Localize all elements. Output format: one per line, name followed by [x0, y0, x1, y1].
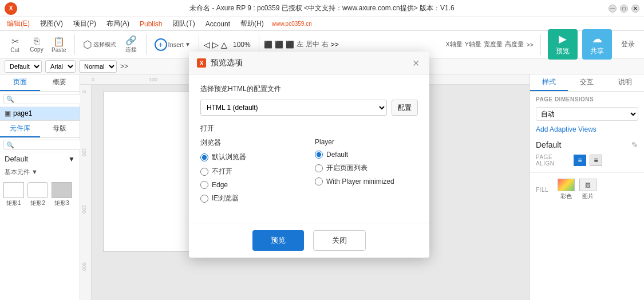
modal-icon-text: X [200, 60, 204, 66]
select-mode-button[interactable]: ⬡ 选择模式 [80, 37, 120, 53]
align-left-btn[interactable]: ≡ [574, 155, 586, 166]
copy-label: Copy [30, 46, 43, 53]
player-option-minimized[interactable]: With Player minimized [315, 177, 418, 185]
more-align-icon[interactable]: >> [331, 41, 339, 49]
toolbar-sep-2 [146, 34, 147, 55]
tab-style[interactable]: 样式 [530, 74, 568, 91]
browser-radio-none[interactable] [200, 168, 208, 176]
modal-open-section: 打开 浏览器 默认浏览器 不打开 [200, 124, 418, 203]
player-option-default[interactable]: Default [315, 151, 418, 159]
player-radio-pagelist[interactable] [315, 164, 323, 172]
add-adaptive-views-link[interactable]: Add Adaptive Views [530, 123, 644, 136]
align-center-btn[interactable]: ≡ [590, 155, 602, 166]
align-right-icon[interactable]: ⬛ [286, 41, 294, 49]
browser-option-default[interactable]: 默认浏览器 [200, 152, 303, 162]
tab-interact[interactable]: 交互 [568, 74, 606, 91]
player-option-pagelist[interactable]: 开启页面列表 [315, 163, 418, 173]
login-button[interactable]: 登录 [617, 37, 639, 52]
browser-option-edge[interactable]: Edge [200, 181, 303, 189]
more-format-icon[interactable]: >> [120, 62, 128, 70]
browser-option-ie[interactable]: IE浏览器 [200, 194, 303, 203]
style-select[interactable]: Normal [79, 60, 117, 73]
player-radio-minimized[interactable] [315, 177, 323, 185]
arrow-up-icon[interactable]: △ [221, 40, 227, 49]
cut-label: Cut [10, 47, 19, 53]
tab-library[interactable]: 元件库 [0, 121, 40, 137]
browser-radio-edge[interactable] [200, 181, 208, 189]
component-rect3[interactable]: 矩形3 [52, 182, 72, 207]
library-search-input[interactable] [3, 140, 88, 150]
player-column-title: Player [315, 138, 418, 146]
default-select[interactable]: Default [5, 60, 42, 73]
page-search-row: + 📁 [0, 92, 80, 107]
page-align-row: PAGE ALIGN ≡ ≡ [530, 152, 644, 169]
modal-columns: 浏览器 默认浏览器 不打开 Edge [200, 138, 418, 203]
component-rect1[interactable]: 矩形1 [3, 182, 24, 207]
preview-modal: X 预览选项 ✕ 选择预览HTML的配置文件 HTML 1 (default) … [189, 52, 429, 258]
edit-default-icon[interactable]: ✎ [631, 140, 638, 149]
title-bar: X 未命名 - Axure RP 9 : pc0359 已授权 <中文支持：ww… [0, 0, 644, 17]
fill-row: FILL 彩色 🖼 图片 [530, 176, 644, 203]
font-select[interactable]: Arial [45, 60, 76, 73]
align-group: ⬛ ⬛ ⬛ 左 居中 右 >> [264, 40, 339, 49]
browser-radio-default[interactable] [200, 153, 208, 161]
copy-icon: ⎘ [34, 36, 39, 46]
menu-item-view[interactable]: 视图(V) [35, 18, 68, 30]
menu-item-team[interactable]: 团队(T) [168, 18, 199, 30]
align-center-icon[interactable]: ⬛ [275, 41, 283, 49]
config-select[interactable]: HTML 1 (default) [200, 100, 387, 116]
minimize-btn[interactable]: — [609, 5, 617, 13]
tab-masters[interactable]: 母版 [40, 121, 80, 137]
menu-item-edit[interactable]: 编辑(E) [2, 18, 34, 30]
library-dropdown-icon[interactable]: ▼ [68, 155, 75, 163]
library-section-label[interactable]: 基本元件 ▼ [0, 165, 80, 179]
fill-color-option[interactable]: 彩色 [558, 179, 575, 200]
connect-button[interactable]: 🔗 连接 [121, 33, 141, 56]
modal-close-modal-btn[interactable]: 关闭 [313, 230, 366, 251]
tab-pages[interactable]: 页面 [0, 74, 40, 91]
page-search-input[interactable] [3, 94, 88, 104]
fill-image-icon: 🖼 [579, 179, 596, 191]
share-button[interactable]: ☁ 共享 [582, 29, 612, 60]
page-item-page1[interactable]: ▣ page1 [0, 107, 80, 120]
tab-note[interactable]: 说明 [606, 74, 644, 91]
menu-item-publish[interactable]: Publish [135, 19, 167, 29]
ruler-0: 0 [92, 77, 94, 82]
more-coord-icon[interactable]: >> [526, 41, 534, 48]
paste-button[interactable]: 📋 Paste [48, 34, 70, 55]
player-radio-group: Default 开启页面列表 With Player minimized [315, 151, 418, 185]
modal-close-btn[interactable]: ✕ [410, 57, 421, 69]
config-btn[interactable]: 配置 [392, 100, 418, 116]
browser-label-default: 默认浏览器 [212, 152, 246, 162]
arrow-right-icon[interactable]: ▷ [212, 40, 219, 49]
player-label-default: Default [326, 151, 348, 159]
menu-item-layout[interactable]: 布局(A) [102, 18, 134, 30]
component-rect2[interactable]: 矩形2 [27, 182, 48, 207]
align-left-icon[interactable]: ⬛ [264, 41, 272, 49]
menu-item-account[interactable]: Account [201, 19, 235, 29]
width-label: 宽度量 [484, 40, 503, 49]
copy-button[interactable]: ⎘ Copy [26, 34, 47, 54]
cut-button[interactable]: ✂ Cut [5, 34, 25, 55]
browser-option-none[interactable]: 不打开 [200, 167, 303, 176]
player-radio-default[interactable] [315, 151, 323, 159]
right-tabs: 样式 交互 说明 [530, 74, 644, 92]
component-rect2-icon [27, 182, 48, 198]
menu-item-help[interactable]: 帮助(H) [236, 18, 268, 30]
browser-label-none: 不打开 [212, 167, 232, 176]
maximize-btn[interactable]: □ [620, 5, 628, 13]
preview-button[interactable]: ▶ 预览 [548, 29, 578, 60]
coord-group: X轴量 Y轴量 宽度量 高度量 >> [445, 40, 534, 49]
arrow-left-icon[interactable]: ◁ [204, 40, 210, 49]
dimensions-select[interactable]: 自动 [536, 107, 638, 121]
menu-item-project[interactable]: 项目(P) [69, 18, 101, 30]
auto-field: 自动 [530, 105, 644, 123]
close-btn[interactable]: ✕ [631, 5, 639, 13]
modal-preview-btn[interactable]: 预览 [252, 230, 304, 251]
browser-radio-ie[interactable] [200, 195, 208, 203]
modal-open-label: 打开 [200, 124, 418, 133]
tab-overview[interactable]: 概要 [40, 74, 80, 91]
insert-button[interactable]: + Insert ▼ [151, 37, 194, 53]
fill-image-option[interactable]: 🖼 图片 [579, 179, 596, 200]
toolbar-sep-1 [74, 34, 75, 55]
